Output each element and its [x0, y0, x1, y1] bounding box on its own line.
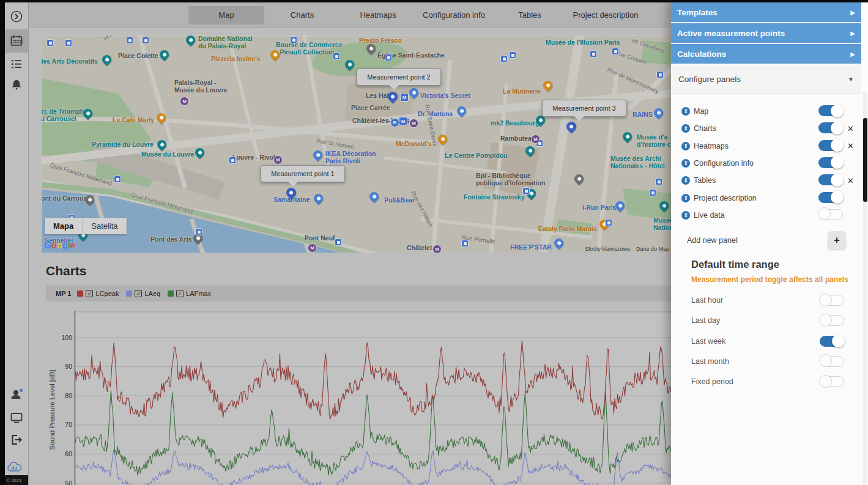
sidebar-item-notifications[interactable] — [5, 75, 28, 95]
transit-stop-icon — [142, 37, 149, 44]
transit-stop-icon — [605, 219, 612, 226]
panel-toggle-project-description[interactable] — [818, 192, 843, 203]
blue-poi-pin — [652, 106, 665, 119]
map-label: Quai François Mitterrand — [50, 161, 113, 187]
sidebar-item-user[interactable] — [5, 384, 28, 405]
tab-configuration-info[interactable]: Configuration info — [416, 6, 492, 24]
map-label: Rambuteau — [500, 135, 535, 143]
sidebar-item-display[interactable] — [5, 407, 28, 428]
panel-toggle-charts[interactable] — [818, 122, 843, 133]
configure-panels-header[interactable]: Configure panels ▼ — [671, 65, 861, 94]
add-new-panel-label: Add new panel — [687, 236, 738, 245]
rer-station-icon: R — [390, 118, 399, 127]
bell-icon — [9, 78, 24, 92]
map-label: Place Colette — [118, 53, 158, 60]
panel-scrollbar[interactable] — [863, 92, 867, 485]
map-label: Musée du Louvre — [141, 151, 194, 158]
time-range-toggle-last-month[interactable] — [820, 356, 844, 367]
measurement-point-tooltip[interactable]: Measurement point 1 — [261, 165, 345, 182]
google-logo-letter: G — [44, 240, 51, 250]
spl-chart[interactable]: 1009080706050 Sound Pressure Level [dB] — [46, 306, 671, 485]
map-label: Palais-Royal - Musée du Louvre — [174, 80, 227, 94]
teal-poi-pin — [658, 199, 670, 212]
panel-toggle-tables[interactable] — [818, 174, 843, 185]
legend-item-laeq: ✓LAeq — [126, 290, 160, 297]
chart-legend-bar: MP 1 ✓LCpeak✓LAeq✓LAFmax — [46, 286, 671, 302]
measurement-point-tooltip[interactable]: Measurement point 2 — [357, 68, 441, 86]
teal-poi-pin — [343, 58, 356, 71]
metro-station-icon: M — [432, 245, 442, 253]
map-type-control: Mapa Satelita — [45, 218, 127, 234]
tab-map[interactable]: Map — [188, 6, 264, 24]
legend-checkbox[interactable]: ✓ — [86, 290, 93, 297]
time-range-toggle-last-week[interactable] — [820, 336, 844, 347]
map-label: des Arts Décoratifs — [41, 58, 98, 65]
time-range-label: Last week — [691, 337, 725, 346]
sidebar-item-list[interactable] — [5, 54, 28, 75]
close-panel-button[interactable]: ✕ — [847, 176, 854, 185]
tab-tables[interactable]: Tables — [492, 6, 568, 24]
map-label: La Mutinerie — [503, 88, 541, 95]
time-range-toggle-fixed-period[interactable] — [820, 376, 844, 387]
sidebar-item-calendar[interactable] — [5, 29, 28, 53]
tab-project-description[interactable]: Project description — [568, 6, 644, 24]
panel-row-heatmaps: ⇕Heatmaps✕ — [671, 138, 861, 155]
panel-toggle-configuration-info[interactable] — [818, 157, 843, 168]
time-range-toggle-last-day[interactable] — [820, 315, 844, 326]
map-type-satellite-button[interactable]: Satelita — [83, 218, 126, 234]
google-logo-letter: o — [51, 240, 57, 250]
panel-row-label: Live data — [694, 211, 725, 220]
keyboard-shortcuts-link[interactable]: Skróty klawiszowe — [585, 246, 630, 252]
measurement-point-tooltip[interactable]: Measurement point 3 — [542, 100, 626, 117]
teal-poi-pin — [155, 138, 168, 151]
panel-toggle-map[interactable] — [818, 105, 843, 116]
section-header-calculations[interactable]: Calculations▶ — [671, 44, 861, 64]
legend-item-lafmax: ✓LAFmax — [168, 290, 211, 297]
legend-checkbox[interactable]: ✓ — [135, 290, 142, 297]
reorder-icon: ⇕ — [681, 142, 690, 150]
default-time-range-title: Default time range — [691, 259, 779, 270]
map-type-map-button[interactable]: Mapa — [45, 218, 82, 234]
map-label: Rue de Montmorency — [606, 66, 660, 95]
scrollbar-thumb[interactable] — [863, 118, 867, 202]
time-range-toggle-last-hour[interactable] — [820, 295, 844, 306]
time-range-row-last-day: Last day — [671, 313, 861, 328]
map-panel[interactable]: des Arts DécoratifsPlace ColetteDomaine … — [41, 35, 672, 253]
legend-color-swatch — [77, 291, 83, 297]
tab-heatmaps[interactable]: Heatmaps — [340, 6, 416, 24]
legend-series-name: LAFmax — [186, 290, 211, 297]
measurement-point-pin[interactable] — [565, 120, 579, 134]
section-header-active-measurement-points[interactable]: Active measurement points▶ — [671, 23, 861, 43]
toggle-knob — [831, 122, 844, 135]
panel-toggle-live-data[interactable] — [818, 209, 843, 220]
close-panel-button[interactable]: ✕ — [847, 124, 854, 133]
chevron-right-icon: ▶ — [850, 30, 855, 37]
configure-panels-label: Configure panels — [678, 75, 741, 84]
legend-color-swatch — [168, 291, 174, 297]
blue-poi-pin — [455, 105, 468, 117]
panel-toggle-heatmaps[interactable] — [818, 140, 843, 151]
map-data-link[interactable]: Dane do Map — [636, 246, 669, 252]
section-header-templates[interactable]: Templates▶ — [671, 2, 861, 22]
transit-stop-icon — [649, 189, 656, 196]
metro-station-icon: M — [180, 97, 189, 106]
blue-poi-pin — [552, 237, 565, 250]
sidebar-item-logout[interactable] — [5, 429, 28, 450]
map-label: Musée Nationa — [653, 217, 672, 231]
map-label: Domaine National du Palais-Royal — [198, 35, 253, 50]
close-panel-button[interactable]: ✕ — [847, 141, 854, 150]
time-range-row-last-month: Last month — [671, 354, 861, 369]
expand-sidebar-button[interactable] — [5, 6, 28, 27]
add-panel-button[interactable]: + — [828, 231, 846, 250]
user-star-icon — [8, 386, 25, 403]
teal-poi-pin — [100, 53, 113, 66]
transit-stop-icon — [195, 228, 202, 235]
map-label: Musée d'a d'histoire c — [637, 134, 671, 148]
metro-station-icon: M — [399, 117, 407, 125]
y-tick-label: 100 — [61, 334, 72, 341]
monitor-icon — [9, 410, 24, 425]
tab-charts[interactable]: Charts — [264, 6, 340, 24]
teal-poi-pin — [621, 130, 634, 143]
legend-checkbox[interactable]: ✓ — [176, 290, 184, 297]
map-label: i-Run Paris — [582, 204, 616, 212]
